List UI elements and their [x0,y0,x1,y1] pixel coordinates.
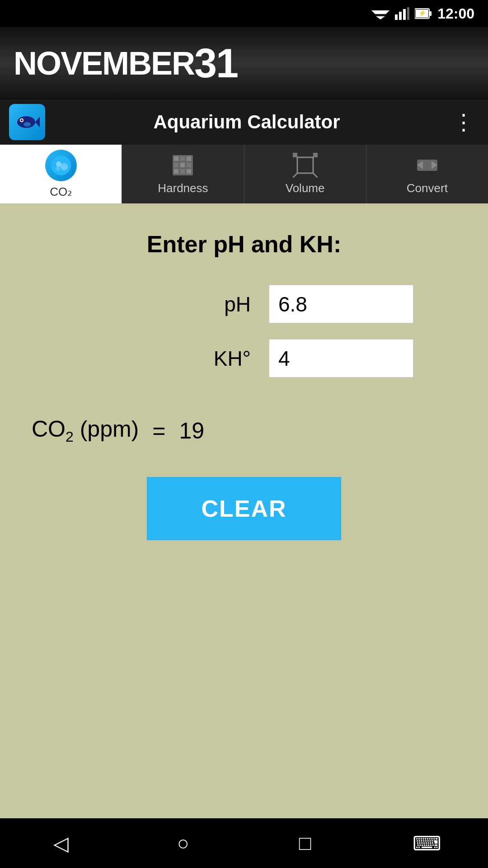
svg-rect-5 [403,9,406,20]
svg-rect-35 [293,153,297,157]
result-equals: = [152,418,165,444]
menu-button[interactable]: ⋮ [448,105,479,139]
svg-rect-29 [187,169,191,174]
app-icon [9,104,45,140]
svg-rect-30 [297,157,313,173]
back-button[interactable]: ◁ [43,825,79,861]
kh-input[interactable] [269,339,413,377]
ph-input[interactable] [269,285,413,323]
tab-co2-label: CO₂ [50,185,72,199]
svg-point-18 [61,163,68,170]
svg-rect-8 [429,11,432,16]
svg-rect-36 [313,153,318,157]
svg-rect-23 [187,156,191,161]
result-co2-label: CO2 (ppm) [32,416,139,445]
brand-number: 31 [194,40,238,87]
recent-button[interactable]: □ [287,825,323,861]
co2-icon [50,154,72,177]
result-row: CO2 (ppm) = 19 [32,416,204,445]
tab-bar: CO₂ Hardness [0,145,488,203]
volume-icon [293,153,318,178]
bottom-nav: ◁ ○ □ ⌨ [0,818,488,868]
clear-button[interactable]: CLEAR [147,477,341,540]
status-icons: ⚡ 12:00 [371,5,474,22]
svg-rect-25 [180,163,185,167]
ph-label: pH [178,292,251,316]
tab-convert[interactable]: Convert [366,145,488,203]
svg-point-17 [56,161,61,167]
svg-point-15 [23,122,31,127]
svg-line-33 [293,173,297,178]
fish-icon [14,108,41,136]
ph-row: pH [75,285,413,323]
main-content: Enter pH and KH: pH KH° CO2 (ppm) = 19 C… [0,203,488,818]
kh-row: KH° [75,339,413,377]
svg-rect-22 [180,156,185,161]
brand-header: NOVEMBER 31 [0,27,488,99]
hardness-icon [170,153,195,178]
svg-rect-6 [407,7,409,20]
svg-marker-12 [35,117,40,127]
battery-icon: ⚡ [415,8,432,19]
signal-icon [395,7,409,20]
result-value: 19 [179,418,204,444]
svg-marker-2 [376,16,385,19]
svg-rect-28 [180,169,185,174]
tab-volume[interactable]: Volume [244,145,366,203]
keyboard-button[interactable]: ⌨ [409,825,445,861]
co2-tab-icon [45,150,77,181]
svg-line-34 [313,173,318,178]
svg-rect-26 [187,163,191,167]
svg-text:⚡: ⚡ [418,9,427,17]
tab-convert-label: Convert [407,181,448,195]
tab-hardness[interactable]: Hardness [122,145,244,203]
svg-rect-4 [399,12,402,20]
tab-hardness-label: Hardness [158,181,208,195]
section-title: Enter pH and KH: [147,231,341,258]
convert-icon [415,153,440,178]
brand-name: NOVEMBER [14,45,194,82]
status-bar: ⚡ 12:00 [0,0,488,27]
wifi-icon [371,7,389,20]
svg-rect-3 [395,14,398,20]
tab-volume-label: Volume [286,181,325,195]
kh-label: KH° [178,346,251,371]
svg-point-14 [21,119,23,121]
svg-rect-21 [174,156,178,161]
app-bar: Aquarium Calculator ⋮ [0,99,488,145]
svg-point-19 [56,166,60,171]
svg-rect-27 [174,169,178,174]
brand-logo: NOVEMBER 31 [14,40,238,87]
home-button[interactable]: ○ [165,825,201,861]
status-time: 12:00 [437,5,474,22]
tab-co2[interactable]: CO₂ [0,145,122,203]
svg-rect-24 [174,163,178,167]
app-title: Aquarium Calculator [45,111,448,133]
